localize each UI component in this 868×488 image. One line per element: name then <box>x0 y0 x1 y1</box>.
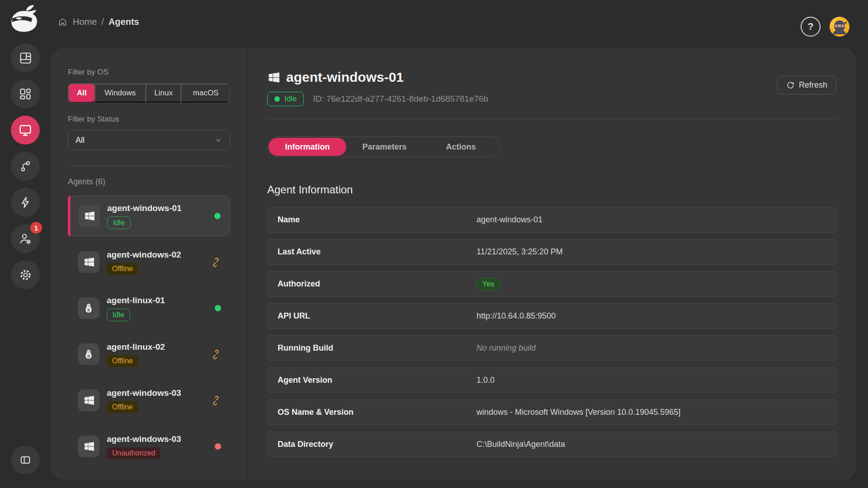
page-title: agent-windows-01 <box>286 70 404 85</box>
breadcrumb-separator: / <box>101 17 104 27</box>
windows-os-icon <box>78 389 99 411</box>
table-row: OS Name & Version windows - Microsoft Wi… <box>267 399 836 425</box>
row-value: 11/21/2025, 3:25:20 PM <box>476 247 563 257</box>
collapse-sidebar-button[interactable] <box>11 446 40 474</box>
agent-status-badge: Offline <box>107 263 138 275</box>
authorized-badge: Yes <box>476 278 500 291</box>
agent-name: agent-windows-01 <box>107 203 182 213</box>
agent-list-item[interactable]: agent-windows-03 Unauthorized <box>68 426 230 467</box>
status-badge: Idle <box>267 92 304 106</box>
row-value: 1.0.0 <box>476 375 495 385</box>
agent-list-item[interactable]: agent-windows-02 Offline <box>68 242 230 282</box>
row-label: Authorized <box>278 279 476 289</box>
question-mark-icon: ? <box>807 21 813 33</box>
tab-parameters[interactable]: Parameters <box>346 142 423 152</box>
unauthorized-dot-icon <box>215 443 221 450</box>
top-bar: Home / Agents ? <box>0 0 868 43</box>
row-label: API URL <box>278 311 476 321</box>
agent-status-badge: Offline <box>107 401 138 413</box>
agent-list-item[interactable]: agent-windows-03 Offline <box>68 380 230 421</box>
disconnected-icon <box>211 257 221 267</box>
agent-status-badge: Unauthorized <box>107 447 160 459</box>
help-button[interactable]: ? <box>801 17 821 37</box>
agent-status-badge: Offline <box>107 355 138 367</box>
table-row: Agent Version 1.0.0 <box>267 367 836 393</box>
disconnected-icon <box>211 395 221 406</box>
row-value: windows - Microsoft Windows [Version 10.… <box>476 408 680 417</box>
agent-name: agent-windows-03 <box>107 434 181 444</box>
row-label: Name <box>278 215 476 225</box>
windows-os-icon <box>78 251 99 273</box>
breadcrumb-home[interactable]: Home <box>73 17 97 27</box>
table-row: Last Active 11/21/2025, 3:25:20 PM <box>267 239 836 265</box>
sidebar-divider <box>68 166 230 166</box>
row-value: No running build <box>476 343 536 353</box>
os-filter-linux[interactable]: Linux <box>146 84 181 103</box>
status-filter-value: All <box>75 136 85 145</box>
os-filter-all[interactable]: All <box>68 83 95 103</box>
table-row: Name agent-windows-01 <box>267 207 836 233</box>
chevron-down-icon <box>214 136 222 144</box>
windows-os-icon <box>267 71 279 84</box>
linux-os-icon <box>78 343 99 365</box>
row-label: OS Name & Version <box>278 408 476 417</box>
online-dot-icon <box>274 96 280 102</box>
refresh-icon <box>786 81 795 89</box>
nav-settings-button[interactable] <box>11 260 40 289</box>
agent-name: agent-windows-02 <box>107 250 181 260</box>
main-panel: Filter by OS All Windows Linux macOS Fil… <box>51 48 856 480</box>
nav-pipelines-button[interactable] <box>11 152 40 181</box>
breadcrumb-current: Agents <box>108 17 139 27</box>
online-dot-icon <box>215 305 221 311</box>
table-row: Authorized Yes <box>267 271 836 297</box>
user-settings-icon <box>19 232 32 245</box>
nav-agents-button[interactable] <box>11 116 40 145</box>
agent-info-table: Name agent-windows-01 Last Active 11/21/… <box>267 207 836 457</box>
user-avatar[interactable] <box>830 17 849 37</box>
linux-os-icon <box>78 297 99 319</box>
agent-name: agent-windows-03 <box>107 388 181 398</box>
panel-collapse-icon <box>19 454 32 466</box>
nav-builds-button[interactable] <box>11 188 40 217</box>
table-row: Running Build No running build <box>267 335 836 361</box>
header-divider <box>267 119 836 119</box>
git-branch-icon <box>19 160 32 173</box>
status-filter-select[interactable]: All <box>68 130 230 150</box>
row-label: Data Directory <box>278 440 476 449</box>
agents-monitor-icon <box>18 123 33 137</box>
agent-status-badge: Idle <box>107 216 131 229</box>
ninja-avatar-icon <box>830 17 849 37</box>
lightning-icon <box>19 196 32 209</box>
agent-status-badge: Idle <box>107 309 130 321</box>
os-filter-segmented: All Windows Linux macOS <box>68 83 230 103</box>
os-filter-macos[interactable]: macOS <box>181 84 230 103</box>
online-dot-icon <box>214 213 221 219</box>
row-label: Running Build <box>278 343 476 353</box>
tab-actions[interactable]: Actions <box>423 142 499 152</box>
nav-projects-button[interactable] <box>11 80 40 108</box>
agent-list-item[interactable]: agent-windows-01 Idle <box>68 196 230 236</box>
dashboard-icon <box>19 51 33 65</box>
row-value: http://10.64.0.85:9500 <box>476 311 556 321</box>
table-row: API URL http://10.64.0.85:9500 <box>267 303 836 329</box>
os-filter-windows[interactable]: Windows <box>94 84 146 103</box>
agents-count-label: Agents (6) <box>68 177 230 187</box>
refresh-button[interactable]: Refresh <box>777 76 836 94</box>
windows-os-icon <box>78 436 99 457</box>
home-icon[interactable] <box>58 17 67 27</box>
row-value: agent-windows-01 <box>476 215 542 225</box>
row-label: Agent Version <box>278 375 476 385</box>
section-title: Agent Information <box>267 183 836 196</box>
windows-os-icon <box>78 205 100 227</box>
agent-list-item[interactable]: agent-linux-02 Offline <box>68 334 230 375</box>
nav-users-button[interactable]: 1 <box>11 224 40 253</box>
detail-tabs: Information Parameters Actions <box>267 136 500 157</box>
notification-badge: 1 <box>30 222 42 234</box>
agent-name: agent-linux-02 <box>107 342 165 352</box>
app-logo-ninja-icon[interactable] <box>7 4 41 37</box>
nav-rail: 1 <box>0 43 51 488</box>
nav-dashboard-button[interactable] <box>11 43 40 72</box>
tab-information[interactable]: Information <box>269 138 346 156</box>
agent-list-item[interactable]: agent-linux-01 Idle <box>68 288 230 328</box>
agent-id: ID: 76e122df-a277-4261-8deb-1d685781e76b <box>313 94 488 104</box>
